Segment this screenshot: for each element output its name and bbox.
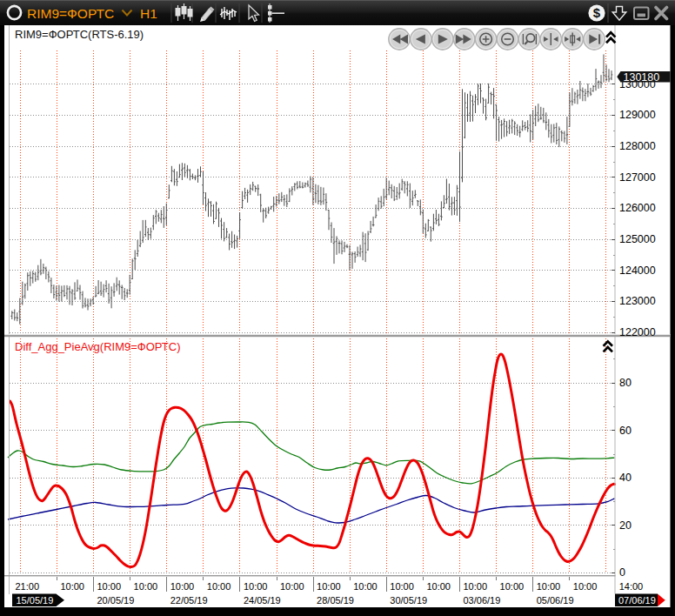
svg-text:07/06/19: 07/06/19 (618, 595, 656, 606)
svg-text:10:00: 10:00 (317, 581, 341, 592)
svg-text:21:00: 21:00 (16, 581, 40, 592)
svg-text:10:00: 10:00 (97, 581, 122, 592)
svg-text:03/06/19: 03/06/19 (464, 595, 501, 606)
svg-text:10:00: 10:00 (426, 581, 451, 592)
svg-text:40: 40 (619, 472, 632, 484)
svg-text:Diff_Agg_PieAvg(RIM9=ФОРТС): Diff_Agg_PieAvg(RIM9=ФОРТС) (15, 340, 181, 353)
svg-text:30/05/19: 30/05/19 (390, 595, 427, 606)
svg-text:10:00: 10:00 (573, 581, 598, 592)
svg-text:10:00: 10:00 (280, 581, 304, 592)
svg-text:24/05/19: 24/05/19 (244, 595, 281, 606)
svg-text:60: 60 (619, 425, 632, 437)
svg-text:05/06/19: 05/06/19 (537, 595, 574, 606)
svg-text:123000: 123000 (619, 295, 656, 307)
svg-text:20/05/19: 20/05/19 (97, 595, 135, 606)
svg-text:28/05/19: 28/05/19 (317, 595, 354, 606)
svg-text:122000: 122000 (619, 326, 656, 338)
svg-text:10:00: 10:00 (134, 581, 158, 592)
svg-text:124000: 124000 (619, 264, 656, 277)
svg-text:129000: 129000 (619, 109, 656, 121)
svg-text:10:00: 10:00 (464, 581, 488, 592)
svg-text:125000: 125000 (619, 233, 656, 245)
svg-text:H1: H1 (140, 6, 157, 21)
svg-text:22/05/19: 22/05/19 (170, 595, 208, 606)
svg-text:10:00: 10:00 (60, 581, 84, 592)
svg-text:128000: 128000 (619, 140, 656, 152)
svg-text:RIM9=ФОРТС(RTS-6.19): RIM9=ФОРТС(RTS-6.19) (15, 28, 144, 41)
svg-text:RIM9=ФОРТС: RIM9=ФОРТС (27, 6, 114, 21)
svg-text:126000: 126000 (619, 202, 656, 214)
svg-text:10:00: 10:00 (170, 581, 195, 592)
svg-text:80: 80 (619, 377, 632, 389)
svg-text:10:00: 10:00 (207, 581, 231, 592)
svg-text:10:00: 10:00 (353, 581, 378, 592)
svg-text:15/05/19: 15/05/19 (17, 595, 54, 606)
svg-text:10:00: 10:00 (500, 581, 525, 592)
svg-text:10:00: 10:00 (390, 581, 414, 592)
svg-text:14:00: 14:00 (619, 581, 644, 592)
svg-text:0: 0 (619, 566, 625, 579)
svg-text:$: $ (593, 5, 601, 20)
svg-text:130180: 130180 (624, 71, 660, 84)
svg-text:10:00: 10:00 (244, 581, 268, 592)
svg-text:20: 20 (619, 519, 632, 532)
svg-text:127000: 127000 (619, 171, 656, 184)
svg-text:10:00: 10:00 (537, 581, 561, 592)
